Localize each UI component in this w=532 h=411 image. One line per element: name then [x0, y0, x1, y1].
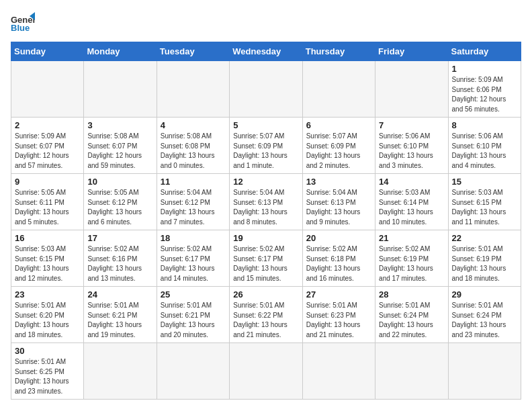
day-info: Sunrise: 5:05 AM Sunset: 6:11 PM Dayligh…	[15, 188, 80, 227]
day-number: 1	[452, 64, 517, 74]
day-number: 12	[233, 177, 298, 187]
day-info: Sunrise: 5:04 AM Sunset: 6:12 PM Dayligh…	[161, 188, 226, 227]
day-info: Sunrise: 5:02 AM Sunset: 6:16 PM Dayligh…	[87, 244, 152, 283]
day-cell: 26Sunrise: 5:01 AM Sunset: 6:22 PM Dayli…	[230, 287, 302, 343]
day-cell	[230, 343, 302, 400]
weekday-header-thursday: Thursday	[302, 42, 375, 61]
day-cell	[302, 61, 375, 118]
day-info: Sunrise: 5:01 AM Sunset: 6:24 PM Dayligh…	[452, 301, 517, 340]
day-info: Sunrise: 5:01 AM Sunset: 6:21 PM Dayligh…	[161, 301, 226, 340]
day-number: 10	[87, 177, 152, 187]
day-cell: 24Sunrise: 5:01 AM Sunset: 6:21 PM Dayli…	[84, 287, 157, 343]
calendar: SundayMondayTuesdayWednesdayThursdayFrid…	[11, 42, 521, 400]
day-info: Sunrise: 5:02 AM Sunset: 6:19 PM Dayligh…	[379, 244, 444, 283]
day-info: Sunrise: 5:07 AM Sunset: 6:09 PM Dayligh…	[233, 132, 298, 171]
day-info: Sunrise: 5:01 AM Sunset: 6:24 PM Dayligh…	[379, 301, 444, 340]
day-cell: 23Sunrise: 5:01 AM Sunset: 6:20 PM Dayli…	[11, 287, 84, 343]
day-cell	[375, 61, 448, 118]
day-number: 24	[87, 289, 152, 300]
day-cell: 8Sunrise: 5:06 AM Sunset: 6:10 PM Daylig…	[448, 118, 521, 174]
day-cell: 30Sunrise: 5:01 AM Sunset: 6:25 PM Dayli…	[11, 343, 84, 400]
day-info: Sunrise: 5:01 AM Sunset: 6:23 PM Dayligh…	[306, 301, 371, 340]
day-number: 20	[306, 233, 371, 243]
day-info: Sunrise: 5:07 AM Sunset: 6:09 PM Dayligh…	[306, 132, 371, 171]
day-number: 8	[452, 120, 517, 130]
day-cell	[230, 61, 302, 118]
weekday-header-row: SundayMondayTuesdayWednesdayThursdayFrid…	[11, 42, 521, 61]
day-cell: 3Sunrise: 5:08 AM Sunset: 6:07 PM Daylig…	[84, 118, 157, 174]
day-cell: 11Sunrise: 5:04 AM Sunset: 6:12 PM Dayli…	[157, 174, 229, 230]
logo-icon: General Blue	[11, 11, 35, 35]
day-number: 28	[379, 289, 444, 300]
day-info: Sunrise: 5:01 AM Sunset: 6:21 PM Dayligh…	[87, 301, 152, 340]
day-cell: 15Sunrise: 5:03 AM Sunset: 6:15 PM Dayli…	[448, 174, 521, 230]
day-cell: 28Sunrise: 5:01 AM Sunset: 6:24 PM Dayli…	[375, 287, 448, 343]
day-cell: 20Sunrise: 5:02 AM Sunset: 6:18 PM Dayli…	[302, 230, 375, 287]
day-number: 17	[87, 233, 152, 243]
day-number: 13	[306, 177, 371, 187]
header: General Blue	[11, 11, 521, 35]
day-cell: 7Sunrise: 5:06 AM Sunset: 6:10 PM Daylig…	[375, 118, 448, 174]
svg-text:Blue: Blue	[11, 23, 30, 33]
day-number: 3	[87, 120, 152, 130]
day-number: 23	[15, 289, 80, 300]
day-number: 25	[161, 289, 226, 300]
day-info: Sunrise: 5:02 AM Sunset: 6:17 PM Dayligh…	[161, 244, 226, 283]
day-info: Sunrise: 5:01 AM Sunset: 6:19 PM Dayligh…	[452, 244, 517, 283]
day-cell: 12Sunrise: 5:04 AM Sunset: 6:13 PM Dayli…	[230, 174, 302, 230]
day-cell: 1Sunrise: 5:09 AM Sunset: 6:06 PM Daylig…	[448, 61, 521, 118]
day-cell	[84, 61, 157, 118]
day-number: 18	[161, 233, 226, 243]
day-cell: 19Sunrise: 5:02 AM Sunset: 6:17 PM Dayli…	[230, 230, 302, 287]
day-number: 4	[161, 120, 226, 130]
day-number: 7	[379, 120, 444, 130]
day-cell: 5Sunrise: 5:07 AM Sunset: 6:09 PM Daylig…	[230, 118, 302, 174]
day-cell: 27Sunrise: 5:01 AM Sunset: 6:23 PM Dayli…	[302, 287, 375, 343]
day-cell: 16Sunrise: 5:03 AM Sunset: 6:15 PM Dayli…	[11, 230, 84, 287]
weekday-header-wednesday: Wednesday	[230, 42, 302, 61]
day-cell	[157, 61, 229, 118]
day-cell	[375, 343, 448, 400]
day-cell: 25Sunrise: 5:01 AM Sunset: 6:21 PM Dayli…	[157, 287, 229, 343]
day-number: 6	[306, 120, 371, 130]
day-info: Sunrise: 5:02 AM Sunset: 6:17 PM Dayligh…	[233, 244, 298, 283]
week-row-6: 30Sunrise: 5:01 AM Sunset: 6:25 PM Dayli…	[11, 343, 521, 400]
day-number: 15	[452, 177, 517, 187]
day-info: Sunrise: 5:06 AM Sunset: 6:10 PM Dayligh…	[452, 132, 517, 171]
day-info: Sunrise: 5:08 AM Sunset: 6:08 PM Dayligh…	[161, 132, 226, 171]
day-cell	[157, 343, 229, 400]
day-info: Sunrise: 5:01 AM Sunset: 6:20 PM Dayligh…	[15, 301, 80, 340]
day-cell: 18Sunrise: 5:02 AM Sunset: 6:17 PM Dayli…	[157, 230, 229, 287]
day-number: 9	[15, 177, 80, 187]
day-cell	[11, 61, 84, 118]
day-number: 19	[233, 233, 298, 243]
day-cell: 10Sunrise: 5:05 AM Sunset: 6:12 PM Dayli…	[84, 174, 157, 230]
day-cell: 4Sunrise: 5:08 AM Sunset: 6:08 PM Daylig…	[157, 118, 229, 174]
day-cell	[84, 343, 157, 400]
day-cell: 6Sunrise: 5:07 AM Sunset: 6:09 PM Daylig…	[302, 118, 375, 174]
day-info: Sunrise: 5:09 AM Sunset: 6:07 PM Dayligh…	[15, 132, 80, 171]
day-cell	[448, 343, 521, 400]
day-info: Sunrise: 5:08 AM Sunset: 6:07 PM Dayligh…	[87, 132, 152, 171]
weekday-header-monday: Monday	[84, 42, 157, 61]
day-info: Sunrise: 5:09 AM Sunset: 6:06 PM Dayligh…	[452, 75, 517, 114]
day-number: 16	[15, 233, 80, 243]
day-cell: 29Sunrise: 5:01 AM Sunset: 6:24 PM Dayli…	[448, 287, 521, 343]
day-number: 27	[306, 289, 371, 300]
day-info: Sunrise: 5:03 AM Sunset: 6:15 PM Dayligh…	[452, 188, 517, 227]
day-number: 14	[379, 177, 444, 187]
day-cell: 14Sunrise: 5:03 AM Sunset: 6:14 PM Dayli…	[375, 174, 448, 230]
day-info: Sunrise: 5:04 AM Sunset: 6:13 PM Dayligh…	[306, 188, 371, 227]
week-row-3: 9Sunrise: 5:05 AM Sunset: 6:11 PM Daylig…	[11, 174, 521, 230]
day-info: Sunrise: 5:05 AM Sunset: 6:12 PM Dayligh…	[87, 188, 152, 227]
day-number: 22	[452, 233, 517, 243]
day-info: Sunrise: 5:06 AM Sunset: 6:10 PM Dayligh…	[379, 132, 444, 171]
day-cell: 9Sunrise: 5:05 AM Sunset: 6:11 PM Daylig…	[11, 174, 84, 230]
day-number: 26	[233, 289, 298, 300]
day-number: 21	[379, 233, 444, 243]
day-number: 29	[452, 289, 517, 300]
weekday-header-friday: Friday	[375, 42, 448, 61]
day-cell: 2Sunrise: 5:09 AM Sunset: 6:07 PM Daylig…	[11, 118, 84, 174]
day-cell: 13Sunrise: 5:04 AM Sunset: 6:13 PM Dayli…	[302, 174, 375, 230]
day-cell: 21Sunrise: 5:02 AM Sunset: 6:19 PM Dayli…	[375, 230, 448, 287]
